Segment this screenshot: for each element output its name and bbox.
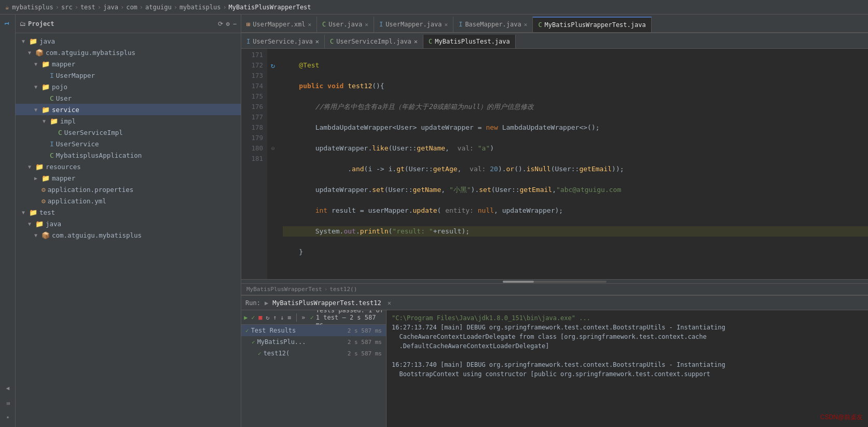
bottom-panel-content: ▶ ✓ ■ ↻ ↑ ↓ ≡ » ✓ Tests passed: 1 of 1 t…: [241, 310, 868, 427]
code-line-179: System.out.println("result: "+result);: [283, 226, 868, 237]
test-results-list: ✓ Test Results 2 s 587 ms ✓ MyBatisPlu..…: [241, 325, 386, 427]
tree-test-java[interactable]: ▼ 📁 java: [16, 218, 241, 229]
stop-btn[interactable]: ■: [258, 312, 263, 323]
gutter: ↻ ⊖: [267, 49, 279, 279]
result-time-1: 2 s 587 ms: [348, 339, 382, 346]
tab2-userserviceimpl[interactable]: C UserServiceImpl.java ✕: [325, 35, 423, 48]
divider: [296, 313, 297, 322]
tree-mapper-res-folder[interactable]: ▶ 📁 mapper: [16, 172, 241, 184]
iface-icon-us: I: [246, 38, 250, 45]
code-line-172: public void test12(){: [283, 81, 868, 91]
menu-btn[interactable]: ≡: [287, 312, 292, 323]
tree-java[interactable]: ▼ 📁 java: [16, 35, 241, 47]
run-test-name[interactable]: MyBatisPlusWrapperTest.test12: [272, 299, 381, 307]
breadcrumb-bar: ☕ mybatisplus › src › test › java › com …: [0, 0, 868, 15]
bc-bottom-method[interactable]: test12(): [329, 286, 357, 293]
tree-app-yml[interactable]: ▶ ⚙ application.yml: [16, 195, 241, 206]
tab-close-mapper[interactable]: ✕: [445, 21, 448, 28]
tree-test-folder[interactable]: ▼ 📁 test: [16, 206, 241, 218]
tree-pojo-folder[interactable]: ▼ 📁 pojo: [16, 81, 241, 92]
tree-resources-folder[interactable]: ▼ 📁 resources: [16, 161, 241, 172]
overflow-btn[interactable]: »: [301, 312, 306, 323]
sidebar-header: 🗂 Project ⟳ ⚙ −: [16, 15, 241, 33]
sort-desc-btn[interactable]: ↓: [280, 312, 285, 323]
tree-app[interactable]: ▶ C MybatisplusApplication: [16, 149, 241, 161]
bc-com[interactable]: com: [126, 4, 137, 11]
tab-close-basemapper[interactable]: ✕: [524, 21, 528, 28]
run-btn[interactable]: ▶: [243, 312, 249, 323]
sidebar-icon-run[interactable]: ▶: [1, 382, 15, 396]
sidebar-panel: 🗂 Project ⟳ ⚙ − ▼ 📁 java ▼ 📦 com.atguigu…: [16, 15, 241, 427]
code-line-177: updateWrapper.set(User::getName, "小黑").s…: [283, 185, 868, 195]
code-content: 171 172 173 174 175 176 177 178 179 180 …: [241, 49, 868, 279]
run-gutter-icon[interactable]: ↻: [271, 61, 275, 70]
result-row-2[interactable]: ✓ test12( 2 s 587 ms: [241, 348, 386, 359]
tab-usermapper-java[interactable]: I UserMapper.java ✕: [374, 17, 453, 32]
tab2-close-us[interactable]: ✕: [315, 38, 319, 45]
content-area: ⊞ UserMapper.xml ✕ C User.java ✕ I UserM…: [241, 15, 868, 427]
rerun-btn[interactable]: ↻: [265, 312, 270, 323]
tab-basemapper-java[interactable]: I BaseMapper.java ✕: [453, 17, 533, 32]
sort-asc-btn[interactable]: ↑: [272, 312, 278, 323]
result-row-0[interactable]: ✓ Test Results 2 s 587 ms: [241, 325, 386, 336]
console-line-6: BootstrapContext using constructor [publ…: [392, 369, 863, 379]
sidebar-sync-icon[interactable]: ⟳: [218, 20, 223, 27]
bc-classname[interactable]: MyBatisPlusWrapperTest: [229, 4, 311, 11]
run-panel-close[interactable]: ✕: [388, 299, 391, 307]
collapse-gutter-icon[interactable]: ⊖: [271, 145, 274, 152]
scrollbar-thumb[interactable]: [503, 281, 534, 283]
bc-mybatisplus2[interactable]: mybatisplus: [180, 4, 221, 11]
bc-java[interactable]: java: [103, 4, 118, 11]
tree-usermapper[interactable]: ▶ I UserMapper: [16, 70, 241, 81]
class-icon-mbt: C: [429, 38, 432, 45]
console-line-2: CacheAwareContextLoaderDelegate from cla…: [392, 332, 863, 341]
tab2-mybatisplus-test[interactable]: C MyBatisPlusTest.java: [423, 35, 516, 48]
line-numbers: 171 172 173 174 175 176 177 178 179 180 …: [241, 49, 267, 279]
console-line-5: 16:27:13.740 [main] DEBUG org.springfram…: [392, 360, 863, 369]
result-time-2: 2 s 587 ms: [348, 350, 382, 357]
class-icon-usi: C: [330, 38, 334, 45]
tab-close-xml[interactable]: ✕: [308, 21, 311, 28]
bc-src[interactable]: src: [61, 4, 73, 11]
sidebar-gear-icon[interactable]: ⚙: [226, 20, 230, 27]
result-row-1[interactable]: ✓ MyBatisPlu... 2 s 587 ms: [241, 336, 386, 348]
console-line-3: .DefaultCacheAwareContextLoaderDelegate]: [392, 341, 863, 351]
sidebar-minus-icon[interactable]: −: [233, 20, 237, 27]
tab-mybatisplus-wrappertest[interactable]: C MyBatisPlusWrapperTest.java: [533, 17, 651, 32]
code-line-173: //将用户名中包含有a并且（年龄大于20或邮箱为null）的用户信息修改: [283, 102, 868, 112]
sidebar-icon-structure[interactable]: ≣: [1, 397, 15, 410]
class-icon-wrappertest: C: [538, 21, 542, 29]
result-time-0: 2 s 587 ms: [348, 327, 382, 334]
sidebar-icon-favorites[interactable]: ★: [1, 411, 15, 425]
tree-impl-folder[interactable]: ▼ 📁 impl: [16, 115, 241, 127]
tab-close-user[interactable]: ✕: [365, 21, 368, 28]
scrollbar-track[interactable]: [503, 281, 607, 283]
tree-app-properties[interactable]: ▶ ⚙ application.properties: [16, 184, 241, 195]
tab2-userservice[interactable]: I UserService.java ✕: [241, 35, 325, 48]
tab-usermapper-xml[interactable]: ⊞ UserMapper.xml ✕: [241, 17, 317, 32]
tree-userserviceimpl[interactable]: ▶ C UserServiceImpl: [16, 127, 241, 138]
horizontal-scrollbar[interactable]: [241, 279, 868, 283]
sidebar-icon-project[interactable]: 1: [0, 17, 13, 30]
run-panel-header: Run: ▶ MyBatisPlusWrapperTest.test12 ✕: [241, 296, 868, 310]
bc-test[interactable]: test: [80, 4, 95, 11]
sidebar-tree: ▼ 📁 java ▼ 📦 com.atguigu.mybatisplus ▼ 📁…: [16, 33, 241, 427]
bottom-sidebar-icons: ▶ ≣ ★: [0, 380, 15, 427]
bc-atguigu[interactable]: atguigu: [145, 4, 172, 11]
tab-user-java[interactable]: C User.java ✕: [317, 17, 374, 32]
tree-pkg-com[interactable]: ▼ 📦 com.atguigu.mybatisplus: [16, 47, 241, 58]
code-editor[interactable]: 171 172 173 174 175 176 177 178 179 180 …: [241, 49, 868, 295]
bc-mybatisplus[interactable]: mybatisplus: [12, 4, 53, 11]
tree-user[interactable]: ▶ C User: [16, 92, 241, 104]
bc-bottom-class[interactable]: MyBatisPlusWrapperTest: [246, 286, 322, 293]
code-line-175: updateWrapper.like(User::getName, val: "…: [283, 143, 868, 154]
tree-service-folder[interactable]: ▼ 📁 service: [16, 104, 241, 115]
iface-icon-basemapper: I: [459, 21, 462, 28]
tree-userservice[interactable]: ▶ I UserService: [16, 138, 241, 149]
tab2-close-usi[interactable]: ✕: [414, 38, 418, 45]
check-btn[interactable]: ✓: [251, 312, 256, 323]
tree-mapper-folder[interactable]: ▼ 📁 mapper: [16, 58, 241, 70]
code-lines[interactable]: @Test public void test12(){ //将用户名中包含有a并…: [279, 49, 868, 279]
result-label-0: Test Results: [251, 327, 296, 334]
tree-test-pkg[interactable]: ▼ 📦 com.atguigu.mybatisplus: [16, 229, 241, 241]
